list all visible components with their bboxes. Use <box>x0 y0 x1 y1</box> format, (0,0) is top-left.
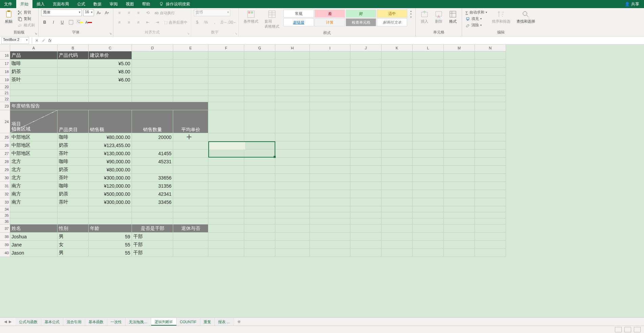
row-header-24[interactable]: 24 <box>0 110 10 133</box>
cell-data[interactable]: 咖啡 <box>58 133 89 141</box>
row-header-39[interactable]: 39 <box>0 241 10 249</box>
cell[interactable] <box>350 133 382 141</box>
cell-data[interactable]: 产品代码 <box>58 51 89 60</box>
cell[interactable] <box>444 218 475 224</box>
cell[interactable] <box>208 158 244 166</box>
cell[interactable] <box>475 166 506 174</box>
cell[interactable] <box>208 233 244 241</box>
sheet-tab[interactable]: 无法拖拽… <box>125 318 151 326</box>
cell[interactable] <box>444 158 475 166</box>
cell-data[interactable]: 55 <box>89 249 132 257</box>
cell[interactable] <box>310 51 350 60</box>
cell[interactable] <box>173 96 208 102</box>
cell[interactable] <box>413 141 444 149</box>
cell[interactable] <box>382 190 413 198</box>
paste-button[interactable]: 粘贴 <box>3 9 15 25</box>
tell-me-search[interactable]: 操作说明搜索 <box>159 0 190 8</box>
cell[interactable] <box>244 206 275 212</box>
merge-center-button[interactable]: ⬚合并后居中 <box>163 20 188 25</box>
style-calculation[interactable]: 计算 <box>315 18 345 26</box>
cell-data[interactable]: 奶茶 <box>58 166 89 174</box>
cell-data[interactable]: 是否是干部 <box>132 224 173 233</box>
cell[interactable] <box>382 198 413 206</box>
cell[interactable] <box>208 182 244 190</box>
cell[interactable] <box>244 60 275 68</box>
percent-button[interactable]: % <box>203 19 209 26</box>
cell[interactable] <box>58 218 89 224</box>
col-header-G[interactable]: G <box>244 45 275 51</box>
cell[interactable] <box>89 90 132 96</box>
autosum-button[interactable]: ∑自动求和▾ <box>465 9 488 15</box>
cell[interactable] <box>310 96 350 102</box>
cell-data[interactable]: 42341 <box>132 190 173 198</box>
cell[interactable] <box>413 224 444 233</box>
copy-button[interactable]: 复制 <box>17 16 36 22</box>
cell[interactable] <box>58 96 89 102</box>
align-top-button[interactable]: ≡ <box>116 9 123 16</box>
cell[interactable] <box>444 84 475 90</box>
format-as-table-button[interactable]: 套用 表格格式 <box>262 9 281 30</box>
cell-data[interactable]: 南方 <box>10 182 58 190</box>
comma-button[interactable]: , <box>211 19 218 26</box>
cell[interactable] <box>275 110 310 133</box>
cell[interactable] <box>444 190 475 198</box>
cell[interactable] <box>475 102 506 110</box>
cell[interactable] <box>208 249 244 257</box>
cell[interactable] <box>244 182 275 190</box>
styles-gallery-expand[interactable]: ▴▾▾ <box>409 9 413 19</box>
cell[interactable] <box>444 96 475 102</box>
cell[interactable] <box>475 133 506 141</box>
cell[interactable] <box>413 233 444 241</box>
cell[interactable] <box>444 141 475 149</box>
cell-data[interactable]: 平均单价 <box>173 110 208 133</box>
menu-insert[interactable]: 插入 <box>32 0 49 8</box>
align-right-button[interactable]: ≡ <box>135 19 142 26</box>
cell-data[interactable]: 南方 <box>10 190 58 198</box>
cell[interactable] <box>173 249 208 257</box>
cell[interactable] <box>413 133 444 141</box>
cell[interactable] <box>350 182 382 190</box>
cell[interactable] <box>244 233 275 241</box>
cell[interactable] <box>444 110 475 133</box>
cell-data[interactable]: 59 <box>89 233 132 241</box>
col-header-J[interactable]: J <box>350 45 382 51</box>
style-explanatory[interactable]: 解释性文本 <box>377 18 407 26</box>
cell[interactable] <box>413 158 444 166</box>
font-color-button[interactable]: A <box>85 19 92 26</box>
cell[interactable] <box>310 166 350 174</box>
cell[interactable] <box>350 206 382 212</box>
col-header-M[interactable]: M <box>444 45 475 51</box>
cell[interactable] <box>310 158 350 166</box>
cell-data[interactable]: 男 <box>58 249 89 257</box>
cell-data[interactable]: ¥300,000.00 <box>89 198 132 206</box>
cell[interactable] <box>89 212 132 218</box>
cell[interactable] <box>275 206 310 212</box>
cell[interactable] <box>244 241 275 249</box>
cell[interactable] <box>310 198 350 206</box>
cell[interactable] <box>413 212 444 218</box>
cell[interactable] <box>244 110 275 133</box>
sheet-tab[interactable]: 一次性 <box>107 318 125 326</box>
cell[interactable] <box>275 233 310 241</box>
cell[interactable] <box>244 68 275 76</box>
cell[interactable] <box>132 84 173 90</box>
cell[interactable] <box>132 90 173 96</box>
cell[interactable] <box>208 96 244 102</box>
cell[interactable] <box>310 84 350 90</box>
cell[interactable] <box>58 76 89 84</box>
sort-filter-button[interactable]: 排序和筛选 <box>490 9 512 25</box>
cell[interactable] <box>413 60 444 68</box>
cell[interactable] <box>350 96 382 102</box>
name-box[interactable]: TextBox 2 <box>1 37 29 44</box>
cell[interactable] <box>132 60 173 68</box>
cell[interactable] <box>310 212 350 218</box>
row-header-27[interactable]: 27 <box>0 149 10 158</box>
cell[interactable] <box>89 96 132 102</box>
cell[interactable] <box>275 133 310 141</box>
font-size-select[interactable]: 16 <box>83 9 94 16</box>
cell[interactable] <box>173 233 208 241</box>
cell[interactable] <box>310 133 350 141</box>
cell[interactable] <box>382 182 413 190</box>
cell[interactable] <box>89 206 132 212</box>
cell-data[interactable]: 女 <box>58 241 89 249</box>
